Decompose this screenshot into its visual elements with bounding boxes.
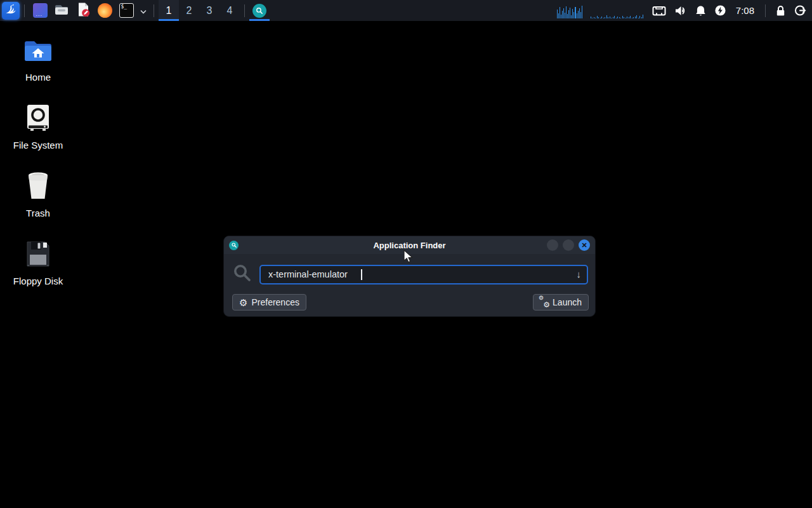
button-row: ⚙ Preferences ⚙⚙ Launch — [224, 286, 595, 311]
window-title: Application Finder — [224, 241, 595, 250]
network-activity-monitor[interactable] — [591, 3, 644, 18]
desktop-icon-floppy-disk[interactable]: Floppy Disk — [5, 237, 71, 286]
floppy-disk-icon — [25, 237, 51, 271]
workspace-button-4[interactable]: 4 — [219, 0, 240, 21]
text-caret — [361, 269, 362, 280]
logout-icon[interactable] — [794, 4, 807, 17]
lock-screen-icon[interactable] — [775, 5, 786, 17]
search-row: ↓ — [224, 254, 595, 286]
desktop-icon-label: Home — [25, 72, 51, 83]
power-manager-icon[interactable] — [714, 4, 726, 17]
close-button[interactable]: ✕ — [579, 239, 590, 251]
network-icon[interactable] — [652, 5, 666, 17]
terminal-window-icon: ... — [33, 3, 48, 18]
desktop-icon-label: Floppy Disk — [13, 276, 63, 286]
desktop-icon-trash[interactable]: Trash — [5, 169, 71, 218]
search-input[interactable] — [261, 266, 587, 283]
gear-icon: ⚙ — [239, 298, 247, 307]
terminal-prompt-icon: $_ — [119, 3, 134, 18]
search-box: ↓ — [259, 265, 588, 284]
workspace-switcher: 1234 — [159, 0, 240, 21]
home-folder-icon — [23, 34, 53, 67]
firefox-icon — [98, 3, 112, 18]
text-editor-icon — [75, 2, 91, 20]
file-system-drive-icon — [25, 102, 51, 135]
top-panel: ... — [0, 0, 812, 21]
notifications-bell-icon[interactable] — [695, 5, 706, 17]
window-controls: ✕ — [547, 239, 590, 251]
volume-icon[interactable] — [674, 5, 687, 17]
panel-separator — [24, 4, 25, 17]
desktop-icon-list: Home File System Trash — [5, 33, 71, 305]
panel-left: ... — [0, 0, 270, 21]
terminal-emulator-launcher[interactable]: $_ — [118, 3, 134, 19]
text-editor-launcher[interactable] — [75, 3, 91, 19]
cpu-graph-monitor[interactable] — [557, 3, 582, 18]
preferences-button[interactable]: ⚙ Preferences — [232, 294, 306, 311]
workspace-button-1[interactable]: 1 — [159, 0, 179, 21]
preferences-button-label: Preferences — [251, 297, 299, 307]
launch-gears-icon: ⚙⚙ — [540, 298, 549, 307]
panel-separator — [244, 4, 245, 17]
kali-dragon-icon — [4, 3, 18, 19]
window-app-icon — [229, 241, 239, 250]
chevron-down-icon[interactable] — [140, 5, 147, 17]
search-icon — [232, 263, 252, 286]
taskbar-item-application-finder[interactable] — [249, 0, 270, 21]
file-manager-launcher[interactable] — [53, 3, 70, 19]
desktop-icon-home[interactable]: Home — [5, 33, 71, 83]
trash-can-icon — [25, 170, 51, 203]
clock[interactable]: 7:08 — [735, 5, 756, 16]
panel-separator — [154, 4, 154, 17]
desktop-icon-label: Trash — [26, 208, 50, 218]
minimize-button[interactable] — [547, 239, 558, 251]
maximize-button[interactable] — [563, 239, 574, 251]
titlebar[interactable]: Application Finder ✕ — [224, 236, 595, 254]
workspace-button-2[interactable]: 2 — [179, 0, 199, 21]
workspace-button-3[interactable]: 3 — [199, 0, 219, 21]
application-finder-icon — [252, 4, 266, 18]
file-manager-icon — [54, 2, 69, 20]
terminal-window-launcher[interactable]: ... — [32, 3, 48, 19]
applications-menu-button[interactable] — [2, 2, 20, 20]
desktop-icon-file-system[interactable]: File System — [5, 101, 71, 150]
panel-separator — [765, 4, 766, 17]
desktop-icon-label: File System — [13, 140, 63, 150]
launch-button-label: Launch — [553, 297, 582, 307]
launch-button[interactable]: ⚙⚙ Launch — [533, 294, 589, 311]
application-finder-window: Application Finder ✕ ↓ ⚙ Preferences ⚙⚙ — [223, 236, 596, 317]
web-browser-launcher[interactable] — [96, 3, 113, 19]
panel-right: 7:08 — [557, 0, 812, 21]
